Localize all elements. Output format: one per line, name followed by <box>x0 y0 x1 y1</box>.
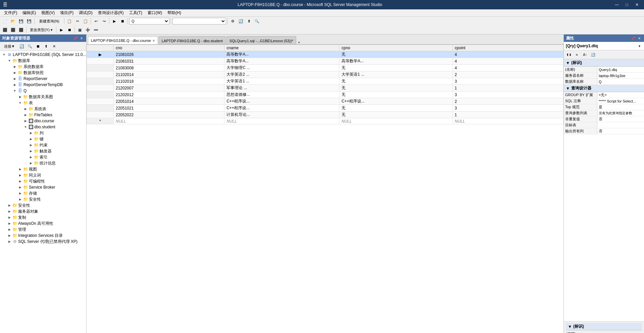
stop-btn[interactable]: ⏹ <box>119 17 126 25</box>
minimize-button[interactable]: — <box>612 2 621 8</box>
table-row[interactable]: 21202012思想道德修...无3 <box>87 91 564 98</box>
expand-triggers[interactable]: ▶ <box>28 148 34 154</box>
cell-cname[interactable]: C++程序设... <box>224 98 339 105</box>
tree-constraints[interactable]: ▶ 📁 约束 <box>0 142 86 148</box>
tree-databases[interactable]: ▼ 📁 数据库 <box>0 58 86 64</box>
cell-cname[interactable]: 高等数学A... <box>224 51 339 58</box>
menu-edit[interactable]: 编辑(E) <box>20 9 39 16</box>
tb2-btn3[interactable]: ⬛ <box>17 26 25 34</box>
tree-integration-services[interactable]: ▶ 📁 Integration Services 目录 <box>0 232 86 239</box>
cell-cno[interactable]: 22051014 <box>114 98 224 105</box>
expand-indexes[interactable]: ▶ <box>28 154 34 160</box>
cell-cpno[interactable]: 无 <box>339 78 452 85</box>
expand-diagrams[interactable]: ▶ <box>17 94 23 99</box>
tb2-btn2[interactable]: ⬛ <box>9 26 17 34</box>
tb2-btn1[interactable]: ⬛ <box>1 26 9 34</box>
tree-sys-db[interactable]: ▶ 📁 系统数据库 <box>0 64 86 70</box>
tree-replication[interactable]: ▶ 📁 复制 <box>0 214 86 220</box>
tab-course[interactable]: LAPTOP-F8H1G1BE.Q - dbo.course ✕ <box>88 36 158 44</box>
cell-cname[interactable]: 思想道德修... <box>224 91 339 98</box>
new-file-btn[interactable]: 📄 <box>1 17 9 25</box>
cell-cpoint[interactable]: 4 <box>452 58 563 65</box>
cell-cno[interactable]: 21083008 <box>114 65 224 71</box>
menu-debug[interactable]: 调试(D) <box>76 9 95 16</box>
cell-cno[interactable]: 22051021 <box>114 105 224 112</box>
expand-reportserver-temp[interactable]: ▶ <box>12 82 17 87</box>
expand-integration-services[interactable]: ▶ <box>7 233 12 238</box>
cell-cpoint[interactable]: 4 <box>452 51 563 58</box>
cell-cpoint[interactable]: 1 <box>452 112 563 118</box>
expand-reportserver[interactable]: ▶ <box>12 76 17 81</box>
cell-cno[interactable]: 21081026 <box>114 51 224 58</box>
props-alpha-btn[interactable]: A↑ <box>581 51 589 58</box>
tree-keys[interactable]: ▶ 📁 键 <box>0 136 86 142</box>
menu-file[interactable]: 文件(F) <box>1 9 20 16</box>
expand-service-broker[interactable]: ▶ <box>17 185 23 190</box>
database-combo[interactable]: Q <box>129 18 169 24</box>
cell-cname[interactable]: 大学英语2 ... <box>224 71 339 78</box>
cell-cpno[interactable]: 无 <box>339 91 452 98</box>
new-query-btn[interactable]: 新建查询(N) <box>36 17 63 25</box>
save-all-btn[interactable]: 💾 <box>25 17 33 25</box>
open-btn[interactable]: 📂 <box>9 17 17 25</box>
table-row[interactable]: 22051014C++程序设...C++程序设...2 <box>87 98 564 105</box>
maximize-button[interactable]: □ <box>623 2 631 8</box>
tree-sys-tables[interactable]: ▶ 📁 系统表 <box>0 106 86 112</box>
tree-file-tables[interactable]: ▶ 📁 FileTables <box>0 112 86 118</box>
tab-student[interactable]: LAPTOP-F8H1G1BE.Q - dbo.student <box>159 36 226 44</box>
tree-tables[interactable]: ▼ 📁 表 <box>0 100 86 106</box>
oe-collapse-btn[interactable]: ⬆ <box>42 43 50 50</box>
tree-statistics[interactable]: ▶ 📁 统计信息 <box>0 160 86 166</box>
expand-dbo-course[interactable]: ▶ <box>23 118 28 124</box>
expand-programmability[interactable]: ▶ <box>17 179 23 184</box>
cell-cpno[interactable]: 无 <box>339 65 452 71</box>
copy-btn[interactable]: 📋 <box>66 17 73 25</box>
cut-btn[interactable]: ✂ <box>74 17 81 25</box>
cell-cno[interactable]: 22052022 <box>114 112 224 118</box>
tb2-stop-btn[interactable]: ⏹ <box>66 26 73 34</box>
properties-btn[interactable]: ⚙ <box>229 17 236 25</box>
cell-cpno[interactable]: 高等数学A... <box>339 58 452 65</box>
tree-management[interactable]: ▶ 📁 管理 <box>0 226 86 232</box>
props-sort-btn[interactable]: ⬆⬇ <box>565 51 573 58</box>
tree-views[interactable]: ▶ 📁 视图 <box>0 166 86 172</box>
oe-refresh-btn[interactable]: 🔄 <box>18 43 25 50</box>
oe-close2-btn[interactable]: ✕ <box>50 43 58 50</box>
tree-columns[interactable]: ▶ 📁 列 <box>0 130 86 136</box>
cell-cpoint[interactable]: 3 <box>452 105 563 112</box>
table-row[interactable]: 21202007军事理论 ...无1 <box>87 85 564 91</box>
tab-sqlquery[interactable]: SQLQuery1.sql -...G1BE\Lenovo (53))* <box>226 36 296 44</box>
exec-btn[interactable]: ▶ <box>111 17 118 25</box>
tree-triggers[interactable]: ▶ 📁 触发器 <box>0 148 86 154</box>
undo-btn[interactable]: ↩ <box>92 17 100 25</box>
oe-close-btn[interactable]: ✕ <box>79 36 84 41</box>
tree-q-db[interactable]: ▼ 🗄 Q <box>0 88 86 94</box>
cell-cname[interactable]: 军事理论 ... <box>224 85 339 91</box>
tree-server[interactable]: ▼ 🖥 LAPTOP-F8H1G1BE (SQL Server 11.0... <box>0 52 86 58</box>
tree-db-snapshot[interactable]: ▶ 📁 数据库快照 <box>0 70 86 76</box>
cell-cpoint[interactable]: 2 <box>452 71 563 78</box>
expand-sys-db[interactable]: ▶ <box>12 64 17 69</box>
expand-file-tables[interactable]: ▶ <box>23 112 28 118</box>
props-close-btn[interactable]: ✕ <box>637 36 642 41</box>
cell-cname[interactable]: C++程序设... <box>224 105 339 112</box>
cell-cname[interactable]: 大学英语1 ... <box>224 78 339 85</box>
table-row[interactable]: 22051021C++程序设...无3 <box>87 105 564 112</box>
expand-databases[interactable]: ▼ <box>7 58 12 63</box>
expand-alwayson[interactable]: ▶ <box>7 221 12 226</box>
tree-alwayson[interactable]: ▶ 📁 AlwaysOn 高可用性 <box>0 220 86 226</box>
cell-cno[interactable]: 21081031 <box>114 58 224 65</box>
table-row[interactable]: 21102018大学英语1 ...无3 <box>87 78 564 85</box>
cell-cpno[interactable]: 无 <box>339 51 452 58</box>
cell-cpoint[interactable]: 2 <box>452 98 563 105</box>
oe-filter-btn[interactable]: 🔍 <box>26 43 34 50</box>
table-row[interactable]: 21081031高等数学A...高等数学A...4 <box>87 58 564 65</box>
cell-cpoint[interactable]: 3 <box>452 91 563 98</box>
cell-cpoint[interactable]: 3 <box>452 78 563 85</box>
paste-btn[interactable]: 📋 <box>82 17 89 25</box>
filter-combo[interactable] <box>172 18 226 24</box>
tree-sql-agent[interactable]: ▶ ⚙ SQL Server 代理(已禁用代理 XP) <box>0 239 86 245</box>
cell-cpno[interactable]: 大学英语1 ... <box>339 71 452 78</box>
table-row[interactable]: ▶21081026高等数学A...无4 <box>87 51 564 58</box>
menu-tools[interactable]: 工具(T) <box>126 9 145 16</box>
